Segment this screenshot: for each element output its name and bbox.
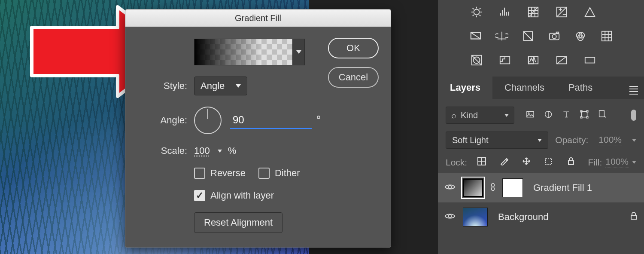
tab-layers[interactable]: Layers — [438, 77, 492, 99]
visibility-toggle[interactable] — [444, 211, 456, 223]
svg-point-8 — [552, 34, 556, 38]
vibrance-icon[interactable] — [582, 4, 598, 20]
svg-rect-9 — [556, 32, 559, 34]
hue-saturation-icon[interactable] — [469, 28, 482, 44]
gradient-swatch[interactable] — [194, 39, 292, 65]
blend-mode-value: Soft Light — [452, 135, 489, 145]
exposure-icon[interactable] — [554, 4, 569, 20]
panel-menu-icon[interactable] — [629, 81, 638, 95]
fill-value[interactable]: 100% — [605, 156, 629, 168]
svg-point-37 — [449, 215, 452, 218]
curves-icon[interactable] — [526, 4, 541, 20]
gradient-map-icon[interactable] — [582, 52, 598, 68]
gradient-dropdown-caret[interactable] — [292, 39, 304, 65]
opacity-value[interactable]: 100% — [598, 135, 622, 146]
lock-transparency-icon[interactable] — [477, 157, 486, 168]
posterize-icon[interactable] — [497, 52, 513, 68]
layer-name[interactable]: Background — [498, 211, 548, 223]
chevron-down-icon[interactable] — [632, 161, 636, 164]
reset-alignment-button[interactable]: Reset Alignment — [194, 212, 283, 233]
chevron-down-icon[interactable] — [632, 139, 636, 142]
gradient-fill-dialog: Gradient Fill OK Cancel Style: Angle Ang… — [125, 9, 391, 248]
degree-icon — [317, 116, 320, 119]
svg-rect-28 — [599, 110, 605, 117]
channel-mixer-icon[interactable] — [574, 28, 587, 44]
angle-input[interactable] — [230, 112, 312, 129]
filter-adjustment-icon[interactable] — [544, 110, 553, 121]
black-white-icon[interactable] — [521, 28, 535, 44]
layer-name[interactable]: Gradient Fill 1 — [533, 182, 592, 193]
style-value: Angle — [200, 80, 225, 92]
panel-tabs: Layers Channels Paths — [438, 77, 644, 99]
angle-dial[interactable] — [194, 107, 222, 134]
color-lookup-icon[interactable] — [600, 28, 613, 44]
tab-paths[interactable]: Paths — [556, 77, 605, 99]
layer-mask-thumbnail[interactable] — [502, 178, 523, 197]
search-icon: ⌕ — [451, 110, 456, 120]
filter-kind-value: Kind — [461, 110, 478, 120]
chevron-down-icon[interactable] — [218, 150, 222, 153]
filter-shape-icon[interactable] — [580, 110, 589, 121]
gradient-picker[interactable] — [194, 39, 305, 65]
scale-unit: % — [228, 145, 237, 156]
layer-row[interactable]: Gradient Fill 1 — [438, 173, 644, 202]
layer-thumbnail[interactable] — [463, 178, 483, 197]
visibility-toggle[interactable] — [444, 182, 456, 193]
panels-rail: Layers Channels Paths ⌕ Kind Sof — [438, 0, 644, 254]
scale-label: Scale: — [139, 145, 187, 156]
svg-rect-32 — [546, 158, 552, 164]
threshold-icon[interactable] — [526, 52, 541, 68]
cancel-button[interactable]: Cancel — [328, 67, 379, 88]
lock-artboard-icon[interactable] — [544, 157, 553, 168]
color-balance-icon[interactable] — [495, 28, 508, 44]
svg-point-34 — [449, 186, 452, 189]
adjustments-grid — [438, 0, 644, 72]
layer-filter-select[interactable]: ⌕ Kind — [446, 107, 514, 124]
lock-position-icon[interactable] — [522, 157, 531, 168]
lock-pixels-icon[interactable] — [500, 157, 508, 168]
dither-checkbox[interactable] — [258, 168, 270, 179]
lock-icon[interactable] — [629, 211, 638, 223]
filter-smart-icon[interactable] — [598, 110, 607, 121]
svg-rect-31 — [482, 161, 486, 165]
dither-label: Dither — [275, 168, 300, 179]
brightness-contrast-icon[interactable] — [469, 4, 484, 20]
levels-icon[interactable] — [497, 4, 513, 20]
align-label: Align with layer — [210, 190, 274, 201]
chevron-down-icon — [504, 114, 509, 117]
svg-point-36 — [492, 187, 495, 191]
blend-mode-select[interactable]: Soft Light — [446, 132, 548, 149]
scale-value[interactable]: 100 — [194, 145, 210, 156]
photo-filter-icon[interactable] — [547, 28, 561, 44]
tab-channels[interactable]: Channels — [492, 77, 556, 99]
ok-button[interactable]: OK — [328, 38, 379, 58]
filter-toggle[interactable] — [631, 110, 636, 121]
selective-color-icon[interactable] — [554, 52, 569, 68]
lock-label: Lock: — [446, 157, 467, 168]
opacity-label: Opacity: — [555, 135, 588, 145]
svg-rect-30 — [478, 157, 482, 161]
chevron-down-icon — [296, 50, 301, 54]
reverse-checkbox[interactable] — [194, 168, 205, 179]
svg-point-1 — [474, 9, 479, 15]
align-checkbox[interactable]: ✓ — [194, 190, 205, 201]
invert-icon[interactable] — [469, 52, 484, 68]
filter-pixel-icon[interactable] — [526, 110, 535, 121]
fill-label: Fill: — [588, 157, 602, 168]
style-label: Style: — [139, 80, 187, 92]
lock-all-icon[interactable] — [567, 157, 575, 168]
reverse-label: Reverse — [210, 168, 246, 179]
angle-label: Angle: — [139, 115, 187, 126]
style-select[interactable]: Angle — [194, 77, 247, 95]
layer-list: Gradient Fill 1 Background — [438, 173, 644, 232]
filter-type-icon[interactable] — [562, 110, 571, 121]
layer-row[interactable]: Background — [438, 202, 644, 232]
chevron-down-icon — [236, 84, 241, 88]
svg-rect-13 — [601, 31, 611, 41]
svg-point-21 — [528, 113, 529, 114]
svg-rect-19 — [585, 57, 595, 63]
dialog-title: Gradient Fill — [235, 13, 281, 23]
dialog-titlebar[interactable]: Gradient Fill — [125, 9, 391, 27]
layer-thumbnail[interactable] — [463, 208, 488, 226]
mask-link-icon[interactable] — [490, 183, 495, 193]
